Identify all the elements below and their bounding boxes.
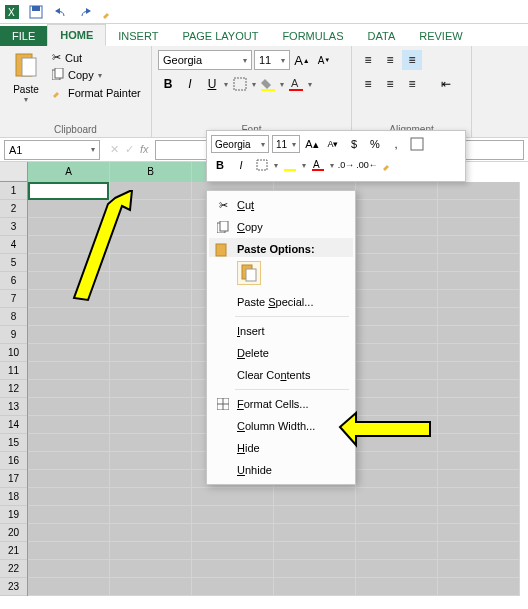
copy-button[interactable]: Copy ▾ <box>50 67 143 83</box>
cell[interactable] <box>110 578 191 596</box>
menu-clear-contents[interactable]: Clear Contents <box>209 364 353 386</box>
cell[interactable] <box>28 362 109 380</box>
paste-button[interactable]: Paste ▾ <box>6 50 46 104</box>
cell[interactable] <box>438 380 519 398</box>
cell[interactable] <box>438 416 519 434</box>
cell[interactable] <box>438 398 519 416</box>
menu-cut[interactable]: ✂Cut <box>209 194 353 216</box>
cell[interactable] <box>356 506 437 524</box>
cell[interactable] <box>110 380 191 398</box>
cell[interactable] <box>110 344 191 362</box>
menu-delete[interactable]: Delete <box>209 342 353 364</box>
mini-accounting-icon[interactable]: $ <box>345 135 363 153</box>
cut-button[interactable]: ✂Cut <box>50 50 143 65</box>
mini-format-icon[interactable] <box>408 135 426 153</box>
cell[interactable] <box>110 362 191 380</box>
cell[interactable] <box>110 488 191 506</box>
row-header[interactable]: 14 <box>0 416 27 434</box>
cell[interactable] <box>356 200 437 218</box>
mini-bold-button[interactable]: B <box>211 156 229 174</box>
menu-copy[interactable]: Copy <box>209 216 353 238</box>
cell[interactable] <box>438 560 519 578</box>
cell[interactable] <box>28 524 109 542</box>
row-header[interactable]: 17 <box>0 470 27 488</box>
cell[interactable] <box>274 578 355 596</box>
cell[interactable] <box>274 506 355 524</box>
mini-comma-icon[interactable]: , <box>387 135 405 153</box>
row-header[interactable]: 6 <box>0 272 27 290</box>
cell[interactable] <box>356 236 437 254</box>
cell[interactable] <box>438 434 519 452</box>
tab-home[interactable]: HOME <box>47 24 106 46</box>
cell[interactable] <box>438 542 519 560</box>
save-icon[interactable] <box>28 4 44 20</box>
cell[interactable] <box>110 524 191 542</box>
cell[interactable] <box>356 272 437 290</box>
cell[interactable] <box>356 308 437 326</box>
fill-color-button[interactable] <box>258 74 278 94</box>
font-name-select[interactable]: Georgia▾ <box>158 50 252 70</box>
row-header[interactable]: 10 <box>0 344 27 362</box>
mini-decimal-dec-icon[interactable]: .00← <box>358 156 376 174</box>
row-header[interactable]: 23 <box>0 578 27 596</box>
cell[interactable] <box>28 452 109 470</box>
undo-icon[interactable] <box>52 4 68 20</box>
bold-button[interactable]: B <box>158 74 178 94</box>
cell[interactable] <box>438 326 519 344</box>
menu-paste-option[interactable] <box>209 257 353 291</box>
decrease-font-icon[interactable]: A▼ <box>314 50 334 70</box>
cell[interactable] <box>110 434 191 452</box>
row-header[interactable]: 4 <box>0 236 27 254</box>
align-top-icon[interactable]: ≡ <box>358 50 378 70</box>
cell[interactable] <box>438 182 519 200</box>
tab-file[interactable]: FILE <box>0 26 47 46</box>
row-header[interactable]: 15 <box>0 434 27 452</box>
cell[interactable] <box>110 470 191 488</box>
align-left-icon[interactable]: ≡ <box>358 74 378 94</box>
cell[interactable] <box>356 560 437 578</box>
cell[interactable] <box>28 506 109 524</box>
mini-italic-button[interactable]: I <box>232 156 250 174</box>
cell[interactable] <box>356 470 437 488</box>
cell[interactable] <box>438 470 519 488</box>
cell[interactable] <box>356 344 437 362</box>
mini-size-select[interactable]: 11▾ <box>272 135 300 153</box>
mini-decrease-font-icon[interactable]: A▾ <box>324 135 342 153</box>
cell[interactable] <box>192 524 273 542</box>
cell[interactable] <box>356 578 437 596</box>
cell[interactable] <box>438 524 519 542</box>
cell[interactable] <box>28 434 109 452</box>
cell[interactable] <box>438 272 519 290</box>
row-header[interactable]: 5 <box>0 254 27 272</box>
cell[interactable] <box>356 254 437 272</box>
brush-icon[interactable] <box>100 4 116 20</box>
row-header[interactable]: 16 <box>0 452 27 470</box>
cell[interactable] <box>274 524 355 542</box>
row-header[interactable]: 11 <box>0 362 27 380</box>
cell[interactable] <box>356 182 437 200</box>
cell[interactable] <box>28 416 109 434</box>
align-bottom-icon[interactable]: ≡ <box>402 50 422 70</box>
cell[interactable] <box>438 344 519 362</box>
menu-unhide[interactable]: Unhide <box>209 459 353 481</box>
cell[interactable] <box>28 578 109 596</box>
tab-insert[interactable]: INSERT <box>106 26 170 46</box>
cell[interactable] <box>110 506 191 524</box>
cell[interactable] <box>438 362 519 380</box>
cell[interactable] <box>356 326 437 344</box>
cell[interactable] <box>438 578 519 596</box>
tab-data[interactable]: DATA <box>356 26 408 46</box>
mini-border-button[interactable] <box>253 156 271 174</box>
row-header[interactable]: 21 <box>0 542 27 560</box>
select-all-corner[interactable] <box>0 162 28 182</box>
row-header[interactable]: 3 <box>0 218 27 236</box>
cell[interactable] <box>356 524 437 542</box>
row-header[interactable]: 18 <box>0 488 27 506</box>
row-header[interactable]: 12 <box>0 380 27 398</box>
col-header[interactable]: A <box>28 162 110 182</box>
mini-fill-color-button[interactable] <box>281 156 299 174</box>
cell[interactable] <box>110 452 191 470</box>
mini-increase-font-icon[interactable]: A▴ <box>303 135 321 153</box>
cell[interactable] <box>110 542 191 560</box>
align-right-icon[interactable]: ≡ <box>402 74 422 94</box>
